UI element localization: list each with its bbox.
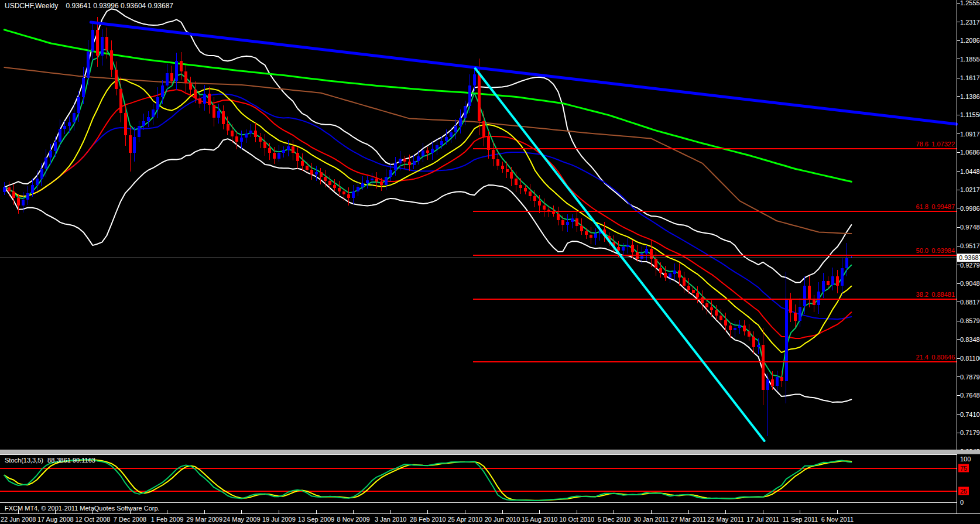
chart-title: USDCHF,Weekly 0.93641 0.93996 0.93604 0.… [5, 2, 173, 10]
panel-splitter[interactable] [0, 450, 980, 454]
main-chart-area[interactable] [0, 0, 957, 450]
mt4-chart-window: 78.61.0732261.80.9948750.00.9398438.20.8… [0, 0, 980, 524]
stochastic-indicator-label: Stoch(13,3,5) 88.3861 90.1163 [5, 457, 95, 464]
stochastic-panel[interactable] [0, 455, 957, 503]
symbol-timeframe-label: USDCHF,Weekly [5, 2, 58, 10]
ohlc-values: 0.93641 0.93996 0.93604 0.93687 [66, 2, 173, 10]
time-axis[interactable] [0, 513, 980, 524]
price-axis[interactable] [957, 0, 980, 513]
terminal-copyright: FXCM MT4, © 2001-2011 MetaQuotes Softwar… [5, 505, 160, 512]
